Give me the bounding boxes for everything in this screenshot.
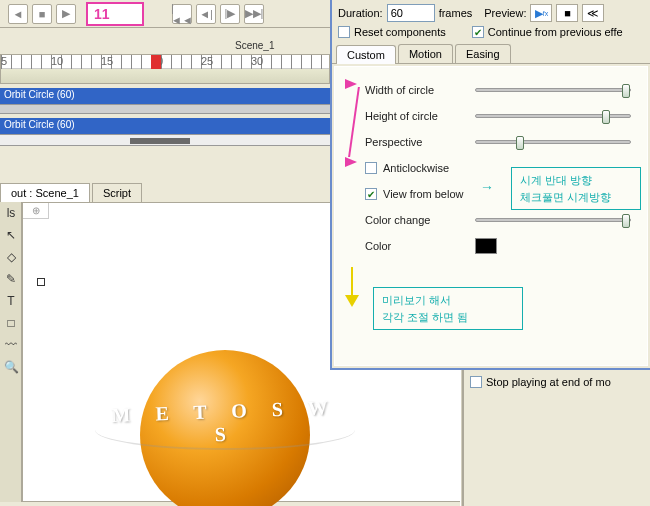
anticlockwise-label: Anticlockwise — [383, 162, 493, 174]
playhead[interactable] — [151, 55, 161, 69]
panel-toolbar: Duration: frames Preview: ▶fx ■ ≪ — [332, 0, 650, 26]
stop-button[interactable]: ■ — [32, 4, 52, 24]
continue-checkbox[interactable]: ✔ — [472, 26, 484, 38]
annotation-arrow-cyan: → — [480, 179, 494, 195]
timeline-track[interactable] — [1, 69, 329, 83]
reset-checkbox[interactable] — [338, 26, 350, 38]
layer-strip-2 — [0, 134, 330, 146]
tab-layout[interactable]: out : Scene_1 — [0, 183, 90, 202]
preview-rewind-button[interactable]: ≪ — [582, 4, 604, 22]
stop-playing-checkbox[interactable] — [470, 376, 482, 388]
document-tabs: out : Scene_1 Script — [0, 180, 330, 202]
tab-script[interactable]: Script — [92, 183, 142, 202]
rewind-button[interactable]: ◄ — [8, 4, 28, 24]
effect-tabs: Custom Motion Easing — [332, 44, 650, 64]
tab-easing[interactable]: Easing — [455, 44, 511, 63]
canvas-anchor[interactable] — [37, 278, 45, 286]
tool-palette: ls ↖ ◇ ✎ T □ 〰 🔍 — [0, 202, 22, 502]
tools-header: ls — [1, 203, 21, 223]
step-fwd-button[interactable]: |▶ — [220, 4, 240, 24]
layer-orbit-2[interactable]: Orbit Circle (60) — [0, 118, 330, 134]
preview-stop-button[interactable]: ■ — [556, 4, 578, 22]
panel-body: → Width of circle Height of circle Persp… — [334, 66, 648, 366]
effect-panel: Duration: frames Preview: ▶fx ■ ≪ Reset … — [330, 0, 650, 370]
perspective-slider[interactable] — [475, 140, 631, 144]
annotation-arrow-pink-1 — [345, 79, 357, 89]
selection-tool[interactable]: ↖ — [1, 225, 21, 245]
annotation-arrow-pink-2 — [345, 157, 357, 167]
rect-tool[interactable]: □ — [1, 313, 21, 333]
right-side-panel: Stop playing at end of mo — [462, 370, 650, 506]
duration-label: Duration: — [338, 7, 383, 19]
layer-strip-1 — [0, 104, 330, 114]
layer-orbit-1[interactable]: Orbit Circle (60) — [0, 88, 330, 104]
annotation-arrow-yellow — [345, 267, 359, 307]
viewbelow-checkbox[interactable]: ✔ — [365, 188, 377, 200]
tab-custom[interactable]: Custom — [336, 45, 396, 64]
timeline-ruler[interactable]: 51015202530 — [1, 55, 329, 69]
duration-input[interactable] — [387, 4, 435, 22]
frames-label: frames — [439, 7, 473, 19]
width-label: Width of circle — [365, 84, 475, 96]
height-label: Height of circle — [365, 110, 475, 122]
playback-bar: ◄ ■ ▶ 11 |◄◄ ◄| |▶ ▶▶| — [0, 0, 330, 28]
preview-play-button[interactable]: ▶fx — [530, 4, 552, 22]
width-slider[interactable] — [475, 88, 631, 92]
colorchange-slider[interactable] — [475, 218, 631, 222]
tab-motion[interactable]: Motion — [398, 44, 453, 63]
colorchange-label: Color change — [365, 214, 475, 226]
pen-tool[interactable]: ✎ — [1, 269, 21, 289]
shape-tool[interactable]: ◇ — [1, 247, 21, 267]
annotation-line-pink — [348, 87, 360, 157]
preview-label: Preview: — [484, 7, 526, 19]
goto-end-button[interactable]: ▶▶| — [244, 4, 264, 24]
orbit-text: M E T O S W S — [100, 400, 350, 460]
timeline[interactable]: 51015202530 — [0, 54, 330, 84]
reset-label: Reset components — [354, 26, 446, 38]
color-swatch[interactable] — [475, 238, 497, 254]
step-back-button[interactable]: ◄| — [196, 4, 216, 24]
anticlockwise-checkbox[interactable] — [365, 162, 377, 174]
scene-tab[interactable]: Scene_1 — [235, 40, 274, 51]
annotation-note-anticlockwise: 시계 반대 방향 체크풀면 시계방향 — [511, 167, 641, 210]
zoom-tool[interactable]: 🔍 — [1, 357, 21, 377]
canvas-origin: ⊕ — [23, 203, 49, 219]
annotation-note-preview: 미리보기 해서 각각 조절 하면 됨 — [373, 287, 523, 330]
goto-start-button[interactable]: |◄◄ — [172, 4, 192, 24]
color-label: Color — [365, 240, 475, 252]
play-button[interactable]: ▶ — [56, 4, 76, 24]
stop-playing-label: Stop playing at end of mo — [486, 376, 611, 388]
continue-label: Continue from previous effe — [488, 26, 623, 38]
text-tool[interactable]: T — [1, 291, 21, 311]
height-slider[interactable] — [475, 114, 631, 118]
perspective-label: Perspective — [365, 136, 475, 148]
brush-tool[interactable]: 〰 — [1, 335, 21, 355]
frame-counter: 11 — [86, 2, 144, 26]
viewbelow-label: View from below — [383, 188, 493, 200]
